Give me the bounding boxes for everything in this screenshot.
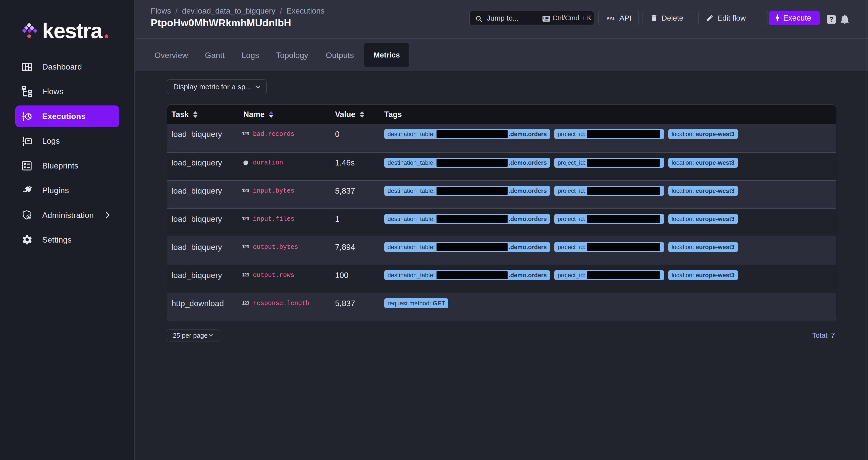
svg-text:kestra: kestra (42, 21, 103, 42)
svg-text:API: API (607, 16, 615, 21)
